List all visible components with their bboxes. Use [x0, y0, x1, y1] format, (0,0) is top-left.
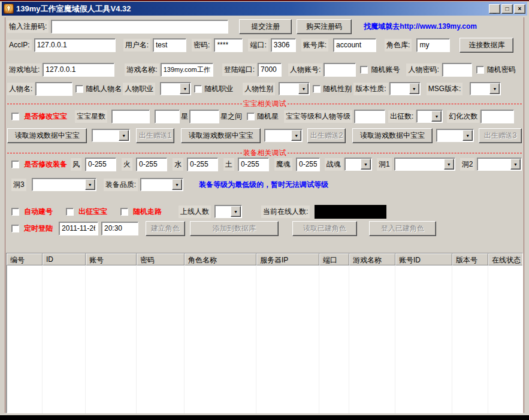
- attr-magicsoul-input[interactable]: [296, 158, 320, 171]
- online-count-select[interactable]: ▼: [214, 205, 242, 218]
- column-header-account-id[interactable]: 账号ID: [395, 253, 452, 265]
- chevron-down-icon[interactable]: ▼: [463, 130, 473, 141]
- db-port-input[interactable]: [271, 38, 296, 52]
- read-created-roles-button[interactable]: 读取已建角色: [292, 221, 357, 236]
- attr-wind-input[interactable]: [85, 158, 116, 171]
- chevron-down-icon[interactable]: ▼: [361, 159, 371, 170]
- dispatch-count-select[interactable]: ▼: [416, 110, 443, 123]
- column-header-game-name[interactable]: 游戏名称: [349, 253, 395, 265]
- register-code-input[interactable]: [51, 20, 228, 34]
- attr-earth-input[interactable]: [238, 158, 269, 171]
- title-bar[interactable]: 139my工作室魔域假人工具V4.32 _ □ ×: [2, 2, 527, 16]
- modify-pet-checkbox[interactable]: [11, 113, 19, 120]
- hole3-select[interactable]: ▼: [32, 178, 96, 191]
- transform-count-label: 幻化次数: [447, 110, 479, 123]
- maximize-button[interactable]: □: [501, 4, 513, 14]
- pet-star-input-2[interactable]: [155, 110, 180, 123]
- chevron-down-icon[interactable]: ▼: [298, 83, 309, 94]
- column-header-online-status[interactable]: 在线状态: [488, 253, 522, 265]
- connect-db-button[interactable]: 连接数据库: [460, 38, 513, 53]
- timed-login-checkbox[interactable]: [11, 225, 19, 232]
- transform-count-input[interactable]: [480, 110, 514, 123]
- column-header-account[interactable]: 账号: [86, 253, 137, 265]
- role-db-input[interactable]: [416, 38, 450, 52]
- random-name-checkbox[interactable]: [75, 85, 83, 93]
- hole2-select[interactable]: ▼: [477, 158, 522, 171]
- chevron-down-icon[interactable]: ▼: [431, 111, 442, 122]
- minimize-button[interactable]: _: [489, 4, 500, 14]
- login-created-roles-button[interactable]: 登入已建角色: [369, 221, 436, 236]
- column-header-role-name[interactable]: 角色名称: [185, 253, 256, 265]
- account-db-input[interactable]: [333, 38, 376, 52]
- equip-quality-select[interactable]: ▼: [140, 178, 183, 191]
- read-pet-data-button-3[interactable]: 读取游戏数据中宝宝: [352, 128, 432, 143]
- chevron-down-icon[interactable]: ▼: [510, 159, 521, 170]
- birth-gift-button-1[interactable]: 出生赠送1: [136, 128, 174, 143]
- random-star-checkbox[interactable]: [247, 113, 255, 120]
- modify-equip-checkbox[interactable]: [11, 161, 19, 168]
- random-account-checkbox[interactable]: [360, 66, 368, 74]
- db-user-input[interactable]: [153, 38, 186, 52]
- chevron-down-icon[interactable]: ▼: [85, 179, 95, 190]
- login-time-input[interactable]: [101, 222, 138, 235]
- hole1-select[interactable]: ▼: [394, 158, 455, 171]
- birth-gift-button-2[interactable]: 出生赠送2: [307, 128, 346, 143]
- column-header-version[interactable]: 版本号: [452, 253, 488, 265]
- random-walk-checkbox[interactable]: [120, 208, 128, 216]
- pet-select-1[interactable]: ▼: [92, 129, 130, 142]
- chevron-down-icon[interactable]: ▼: [119, 130, 129, 141]
- db-password-input[interactable]: [214, 38, 243, 52]
- login-date-input[interactable]: [59, 222, 98, 235]
- random-gender-label: 随机性别: [323, 84, 352, 94]
- game-name-input[interactable]: [161, 63, 213, 77]
- accip-input[interactable]: [34, 38, 116, 52]
- read-pet-data-button-1[interactable]: 读取游戏数据中宝宝: [7, 128, 87, 143]
- attr-fire-input[interactable]: [136, 158, 167, 171]
- buy-register-code-button[interactable]: 购买注册码: [297, 19, 352, 34]
- pet-star-input-1[interactable]: [111, 110, 150, 123]
- chevron-down-icon[interactable]: ▼: [291, 130, 301, 141]
- random-job-checkbox[interactable]: [194, 85, 202, 93]
- column-header-server-ip[interactable]: 服务器IP: [256, 253, 319, 265]
- char-account-input[interactable]: [324, 63, 356, 77]
- version-type-select[interactable]: ▼: [389, 82, 421, 95]
- column-header-id[interactable]: ID: [43, 253, 86, 265]
- job-select[interactable]: ▼: [160, 82, 191, 95]
- auto-create-checkbox[interactable]: [11, 208, 19, 216]
- column-header-password[interactable]: 密码: [137, 253, 185, 265]
- login-port-input[interactable]: [258, 63, 282, 77]
- chevron-down-icon[interactable]: ▼: [231, 206, 241, 217]
- pet-level-input[interactable]: [354, 110, 385, 123]
- char-name-input[interactable]: [35, 82, 72, 96]
- birth-gift-button-3[interactable]: 出生赠送3: [479, 128, 522, 143]
- star-suffix-label: 星: [181, 111, 188, 122]
- char-password-input[interactable]: [442, 63, 472, 77]
- msg-version-select[interactable]: ▼: [470, 82, 501, 95]
- close-button[interactable]: ×: [514, 4, 525, 14]
- chevron-down-icon[interactable]: ▼: [172, 179, 182, 190]
- pet-star-input-3[interactable]: [189, 110, 219, 123]
- chevron-down-icon[interactable]: ▼: [489, 83, 500, 94]
- column-header-port[interactable]: 端口: [319, 253, 349, 265]
- current-online-display: [315, 205, 386, 219]
- gender-select[interactable]: ▼: [279, 82, 310, 95]
- submit-register-button[interactable]: 提交注册: [239, 19, 292, 34]
- create-role-button[interactable]: 建立角色: [146, 221, 185, 236]
- chevron-down-icon[interactable]: ▼: [180, 83, 190, 94]
- add-to-db-button[interactable]: 添加到数据库: [190, 221, 279, 236]
- warsoul-select[interactable]: ▼: [344, 158, 372, 171]
- website-link[interactable]: 找魔域就去http://www.139my.com: [364, 22, 477, 32]
- account-db-label: 账号库:: [301, 39, 328, 52]
- account-table[interactable]: 编号 ID 账号 密码 角色名称 服务器IP 端口 游戏名称 账号ID 版本号 …: [6, 253, 523, 413]
- game-address-input[interactable]: [43, 63, 114, 77]
- chevron-down-icon[interactable]: ▼: [444, 159, 454, 170]
- attr-water-input[interactable]: [187, 158, 218, 171]
- dispatch-pet-checkbox[interactable]: [66, 208, 74, 216]
- pet-select-3[interactable]: ▼: [436, 129, 474, 142]
- random-password-checkbox[interactable]: [476, 66, 484, 74]
- column-header-number[interactable]: 编号: [7, 253, 43, 265]
- chevron-down-icon[interactable]: ▼: [409, 83, 419, 94]
- read-pet-data-button-2[interactable]: 读取游戏数据中宝宝: [181, 128, 261, 143]
- random-gender-checkbox[interactable]: [313, 85, 321, 93]
- pet-select-2[interactable]: ▼: [264, 129, 303, 142]
